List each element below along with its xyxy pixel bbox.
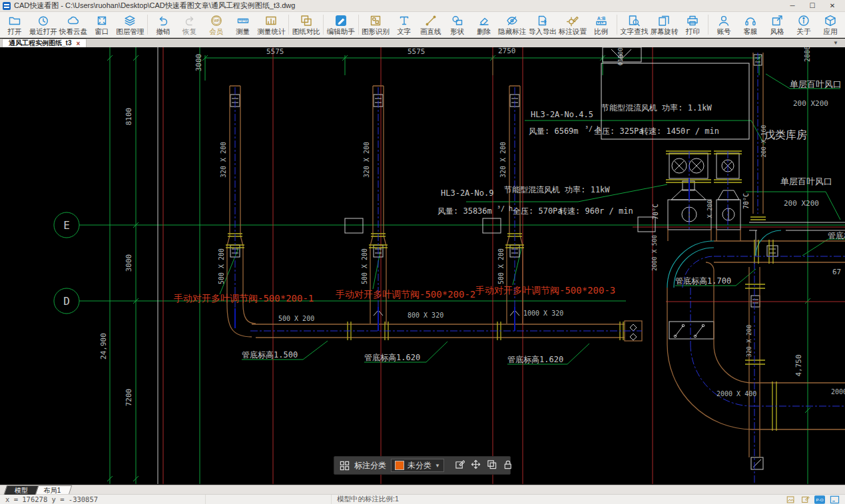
toolbar-item-print[interactable]: 打印: [679, 12, 706, 37]
scale-ratio-icon: A:B: [595, 15, 607, 27]
edit-annotation-button[interactable]: [453, 459, 467, 472]
category-label: 标注分类: [354, 460, 386, 471]
toolbar-item-label: 应用: [824, 28, 838, 35]
cad-text-label: 单层百叶风口: [780, 176, 832, 186]
toolbar-item-label: 图形识别: [362, 28, 390, 35]
window-icon: [96, 15, 108, 27]
minimize-button[interactable]: ─: [782, 0, 802, 11]
toolbar-item-text-search[interactable]: 文字查找: [619, 12, 649, 37]
toolbar-item-scale-ratio[interactable]: A:B比例: [588, 12, 615, 37]
cad-text-label: 管底标高1.620: [364, 353, 420, 362]
toolbar-item-compare[interactable]: 图纸对比: [291, 12, 321, 37]
toolbar-item-annotation-settings[interactable]: 标注设置: [557, 12, 587, 37]
cad-text-label: 4,750: [794, 354, 803, 376]
toolbar-separator: [617, 15, 617, 35]
export-image-icon[interactable]: [785, 495, 796, 504]
close-button[interactable]: ✕: [822, 0, 842, 11]
cad-text-label: 24,900: [99, 333, 108, 360]
toolbar-item-text-tool[interactable]: 文字: [391, 12, 418, 37]
sheet-tab-模型[interactable]: 模型: [4, 485, 39, 495]
toolbar-item-label: 图纸对比: [292, 28, 320, 35]
toolbar-item-hide-annotations[interactable]: 隐藏标注: [497, 12, 527, 37]
cad-text-label: 节能型混流风机 功率: 1.1kW: [601, 103, 712, 113]
copy-annotation-button[interactable]: [485, 459, 499, 472]
cad-text-label: 2000 X 400: [716, 390, 756, 397]
toolbar-item-label: 打印: [686, 28, 700, 35]
toolbar-item-label: 快看云盘: [59, 28, 87, 35]
cad-text-label: 管底标高1.620: [507, 355, 563, 364]
cad-text-label: 500 X 200: [218, 248, 225, 284]
axis-bubble-label: E: [63, 219, 70, 232]
document-tab-label: 通风工程实例图纸_t3: [9, 39, 71, 48]
toolbar-item-vip[interactable]: VIP会员: [203, 12, 230, 37]
status-bar: x = 176278 y = -330857 模型中的标注比例:1 P-O: [0, 494, 845, 504]
lock-annotation-button[interactable]: [501, 459, 515, 472]
status-spacer: [205, 495, 331, 504]
export-markup-icon[interactable]: [800, 495, 810, 504]
toolbar-separator: [358, 15, 359, 35]
cad-text-label: 3000: [194, 54, 203, 72]
toolbar-item-style[interactable]: 风格: [764, 12, 790, 37]
toolbar-item-shapes[interactable]: 形状: [444, 12, 471, 37]
toolbar-item-eraser[interactable]: 删除: [471, 12, 497, 37]
toolbar-item-cloud[interactable]: 快看云盘: [58, 12, 88, 37]
toolbar-item-label: 会员: [209, 28, 223, 35]
toolbar-item-recent-clock[interactable]: 最近打开: [28, 12, 58, 37]
toolbar-item-import-export[interactable]: 导入导出: [527, 12, 557, 37]
toolbar-item-measure-stats[interactable]: 测量统计: [256, 12, 286, 37]
edit-annotation-icon: [455, 459, 465, 472]
tab-overflow-icon[interactable]: ▼: [833, 39, 838, 47]
move-annotation-button[interactable]: [469, 459, 483, 472]
print-icon: [687, 15, 699, 27]
sheet-tab-布局1[interactable]: 布局1: [33, 485, 72, 495]
drawing-canvas[interactable]: ED 55755575275030008100300024,9007200Φ10…: [0, 47, 845, 485]
sheet-tab-bar: 模型布局1: [0, 485, 845, 494]
po-mode-icon[interactable]: P-O: [814, 495, 825, 504]
copy-annotation-icon: [487, 459, 497, 472]
grid-lines: [79, 47, 845, 484]
toolbar-item-label: 标注设置: [559, 28, 587, 35]
tab-close-icon[interactable]: ×: [76, 40, 80, 47]
cad-text-label: 5575: [266, 47, 284, 56]
style-icon: [771, 15, 783, 27]
toolbar-item-label: 隐藏标注: [498, 28, 526, 35]
hide-annotations-icon: [506, 15, 518, 27]
toolbar-item-account[interactable]: 账号: [710, 12, 737, 37]
toolbar-item-edit-assistant[interactable]: 编辑助手: [326, 12, 356, 37]
document-tab[interactable]: 通风工程实例图纸_t3 ×: [2, 39, 87, 47]
cad-text-label: 转速: 960r / min: [559, 206, 633, 216]
cad-text-label: HL3-2A-No.4.5: [531, 110, 593, 119]
apps-icon: [824, 15, 836, 27]
toolbar-item-open-folder[interactable]: 打开: [1, 12, 28, 37]
cad-text-label: 2000: [831, 388, 845, 395]
toolbar-item-shape-recognition[interactable]: 图形识别: [360, 12, 390, 37]
layers-icon: [124, 15, 136, 27]
recent-clock-icon: [37, 15, 49, 27]
fan-equipment: [668, 153, 740, 230]
cad-text-label: 管底标: [828, 231, 845, 240]
window-mode-icon[interactable]: [829, 495, 840, 504]
svg-text:A:B: A:B: [597, 16, 605, 21]
toolbar-item-apps[interactable]: 应用: [817, 12, 844, 37]
cad-text-label: 全压: 325Pa: [594, 126, 644, 136]
toolbar-item-about[interactable]: 关于: [790, 12, 817, 37]
toolbar-item-window[interactable]: 窗口: [89, 12, 115, 37]
toolbar-item-draw-line[interactable]: 画直线: [418, 12, 444, 37]
toolbar-item-screen-rotate[interactable]: 屏幕旋转: [649, 12, 679, 37]
toolbar-item-label: 客服: [744, 28, 758, 35]
category-grid-icon[interactable]: [340, 459, 350, 472]
support-icon: [744, 15, 756, 27]
toolbar-item-layers[interactable]: 图层管理: [115, 12, 145, 37]
toolbar-item-label: 文字: [397, 28, 411, 35]
toolbar-item-label: 编辑助手: [327, 28, 355, 35]
toolbar-item-undo[interactable]: 撤销: [150, 12, 176, 37]
maximize-button[interactable]: ☐: [802, 0, 822, 11]
toolbar-separator: [288, 15, 289, 35]
category-dropdown[interactable]: 未分类 ▼: [391, 459, 444, 472]
toolbar-separator: [147, 15, 148, 35]
cad-text-label: 手动对开多叶调节阀-500*200-2: [336, 289, 475, 300]
connector-lines: [235, 178, 689, 331]
toolbar-item-support[interactable]: 客服: [737, 12, 764, 37]
toolbar-item-measure[interactable]: 测量: [230, 12, 256, 37]
measure-icon: [237, 15, 249, 27]
